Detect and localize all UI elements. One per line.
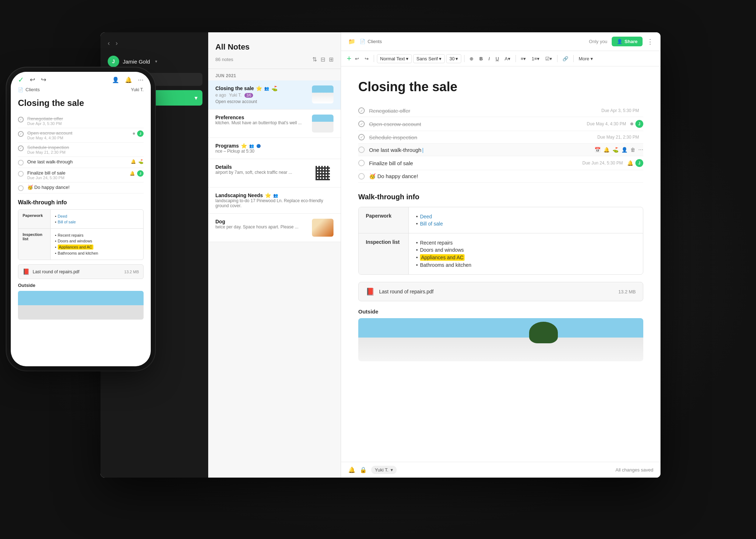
phone-task-inspection: Schedule inspection Due May 21, 2:30 PM — [18, 143, 144, 157]
note-thumbnail-preferences — [312, 115, 333, 133]
task-inspection: Schedule inspection Due May 21, 2:30 PM — [358, 131, 643, 144]
phone-checkbox-dance[interactable] — [18, 185, 24, 191]
people-icon-land: 👥 — [273, 193, 278, 198]
editor-footer: 🔔 🔒 Yuki T. ▾ All changes saved — [341, 462, 661, 478]
font-family-dropdown[interactable]: Sans Serif ▾ — [413, 54, 445, 63]
phone-task-text-inspection: Schedule inspection — [27, 145, 144, 150]
phone-bell-icon[interactable]: 🔔 — [125, 76, 132, 83]
undo-button[interactable]: ↩ — [353, 55, 361, 63]
add-content-button[interactable]: + — [347, 54, 351, 63]
font-family-label: Sans Serif — [416, 56, 438, 61]
phone-insp-2: Doors and windows — [58, 239, 92, 243]
note-thumbnail-closing — [312, 85, 333, 103]
trash-icon[interactable]: 🗑 — [630, 147, 635, 153]
numbered-list-button[interactable]: 1≡▾ — [529, 55, 542, 63]
note-item-landscaping[interactable]: Landscaping Needs ⭐ 👥 landscaping to-do … — [208, 187, 341, 214]
phone-redo-button[interactable]: ↪ — [41, 76, 46, 84]
star-icon-prog: ⭐ — [241, 143, 247, 149]
phone-bell-task-icon[interactable]: 🔔 — [131, 159, 136, 164]
more-toolbar-button[interactable]: More ▾ — [577, 55, 595, 63]
editor-toolbar: + ↩ ↪ Normal Text ▾ Sans Serif ▾ 30 ▾ ⊕ … — [341, 51, 661, 66]
underline-button[interactable]: U — [493, 55, 501, 63]
bold-button[interactable]: B — [477, 55, 485, 63]
sort-icon[interactable]: ⇅ — [312, 56, 317, 63]
task-checkbox-escrow[interactable] — [358, 121, 365, 127]
sidebar-user-section[interactable]: J Jamie Gold ▾ — [101, 53, 208, 73]
checkbox-button[interactable]: ☑▾ — [543, 55, 554, 63]
redo-button[interactable]: ↪ — [363, 55, 371, 63]
phone-checkbox-bill[interactable] — [18, 171, 24, 177]
outside-section: Outside — [358, 308, 643, 361]
phone-checkbox-inspection-phone[interactable] — [18, 145, 24, 151]
phone-checkbox-renegotiate[interactable] — [18, 117, 24, 122]
phone-checkbox-walkthrough[interactable] — [18, 160, 24, 166]
filter-icon[interactable]: ⊟ — [321, 56, 325, 63]
lock-footer-icon[interactable]: 🔒 — [360, 466, 367, 473]
new-dropdown-arrow[interactable]: ▾ — [195, 95, 197, 101]
phone-checkbox-escrow[interactable] — [18, 131, 24, 137]
phone-deed-link[interactable]: Deed — [58, 214, 67, 218]
reminder-icon[interactable]: 📅 — [594, 147, 601, 153]
phone-task-right-bill: 🔔 J — [130, 170, 144, 177]
italic-button[interactable]: I — [486, 55, 492, 63]
person-assign-icon[interactable]: 👤 — [621, 147, 627, 153]
font-size-dropdown[interactable]: 30 ▾ — [446, 54, 461, 63]
bill-of-sale-link[interactable]: Bill of sale — [420, 221, 443, 227]
task-checkbox-inspection[interactable] — [358, 134, 365, 140]
notes-count: 86 notes — [215, 57, 233, 62]
phone-undo-button[interactable]: ↩ — [30, 76, 35, 84]
deed-link[interactable]: Deed — [420, 214, 432, 219]
bell-icon-bill: 🔔 — [627, 160, 633, 166]
pdf-attachment[interactable]: 📕 Last round of repairs.pdf 13.2 MB — [358, 282, 643, 301]
phone-table-row-inspection: Inspection list Recent repairs Doors and… — [18, 229, 143, 260]
nav-back-button[interactable]: ‹ — [108, 40, 110, 47]
phone-flag-task-icon[interactable]: ⛳ — [138, 159, 144, 164]
note-item-programs[interactable]: Programs ⭐ 👥 🔵 nce – Pickup at 5:30 — [208, 138, 341, 159]
footer-user-chevron: ▾ — [391, 467, 393, 473]
task-checkbox-bill[interactable] — [358, 160, 365, 166]
task-checkbox-dance[interactable] — [358, 173, 365, 180]
more-options-button[interactable]: ⋮ — [647, 38, 653, 46]
task-actions-walkthrough: 📅 🔔 ⛳ 👤 🗑 ⋯ — [594, 147, 643, 153]
star-icon: ⭐ — [256, 85, 262, 91]
people-icon: 👥 — [264, 86, 269, 91]
add-emoji-button[interactable]: ⊕ — [467, 55, 476, 63]
link-button[interactable]: 🔗 — [560, 55, 570, 63]
note-item-preferences[interactable]: Preferences kitchen. Must have an butter… — [208, 110, 341, 138]
phone-person-icon[interactable]: 👤 — [112, 76, 119, 83]
share-label: Share — [625, 39, 638, 44]
pdf-name: Last round of repairs.pdf — [379, 289, 619, 294]
view-icon[interactable]: ⊞ — [329, 56, 333, 63]
phone-more-icon[interactable]: ⋯ — [138, 76, 144, 83]
inspection-item-1: Recent repairs — [420, 240, 453, 246]
text-color-button[interactable]: A▾ — [503, 55, 513, 63]
note-item-dog[interactable]: Dog twice per day. Space hours apart. Pl… — [208, 214, 341, 242]
bell-footer-icon[interactable]: 🔔 — [348, 466, 355, 473]
flag-action-icon[interactable]: ⛳ — [612, 147, 619, 153]
more-task-icon[interactable]: ⋯ — [638, 147, 643, 153]
bullet-list-button[interactable]: ≡▾ — [519, 55, 528, 63]
phone-check-icon[interactable]: ✓ — [18, 75, 24, 84]
phone-pdf-attachment[interactable]: 📕 Last round of repairs.pdf 13.2 MB — [18, 264, 144, 279]
phone-pdf-size: 13.2 MB — [124, 270, 139, 274]
text-style-label: Normal Text — [380, 56, 405, 61]
note-item-closing-sale[interactable]: Closing the sale ⭐ 👥 ⛳ e ago Yuki T. 3/6… — [208, 80, 341, 110]
phone-content: Closing the sale Renegotiate offer Due A… — [11, 95, 151, 347]
share-button[interactable]: 👤 Share — [612, 37, 643, 46]
nav-forward-button[interactable]: › — [116, 40, 118, 47]
task-checkbox-walkthrough[interactable] — [358, 147, 365, 153]
flag-icon: ⛳ — [271, 85, 277, 91]
more-chevron-icon: ▾ — [591, 56, 593, 61]
table-label-inspection: Inspection list — [359, 233, 409, 274]
phone-task-due-renegotiate: Due Apr 3, 5:30 PM — [27, 121, 144, 126]
phone-bill-link[interactable]: Bill of sale — [58, 220, 76, 224]
dot-indicator — [630, 122, 633, 125]
bell-icon[interactable]: 🔔 — [603, 147, 610, 153]
note-item-details[interactable]: Details airport by 7am, soft, check traf… — [208, 159, 341, 187]
task-checkbox-renegotiate[interactable] — [358, 107, 365, 114]
table-row-paperwork: Paperwork Deed Bill of sale — [359, 207, 643, 233]
phone-overlay: ✓ ↩ ↪ 👤 🔔 ⋯ 📄 Clients Yuki T. Closing th… — [11, 72, 151, 366]
text-style-dropdown[interactable]: Normal Text ▾ — [377, 54, 412, 63]
footer-user-selector[interactable]: Yuki T. ▾ — [371, 466, 397, 474]
phone-bell-bill-icon[interactable]: 🔔 — [130, 171, 135, 176]
